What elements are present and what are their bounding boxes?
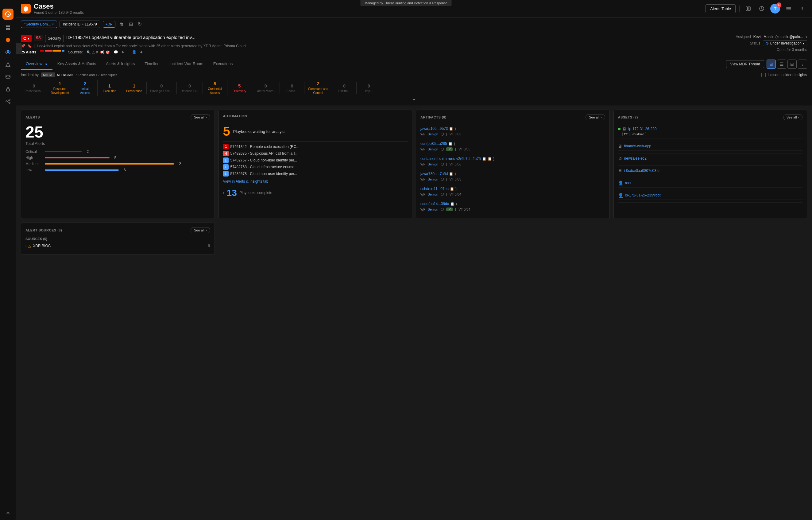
include-insights-toggle[interactable]: Include Incident Insights [761,73,807,77]
svg-point-23 [802,7,803,8]
assets-see-all-button[interactable]: See all › [783,114,803,120]
list-view-button[interactable]: ☰ [777,59,786,69]
tactic-resource-dev[interactable]: 1 ResourceDevelopment [47,80,73,96]
more-icon[interactable] [797,4,807,14]
tab-alerts-insights[interactable]: Alerts & Insights [101,58,140,70]
playbook-item[interactable]: L 57482768 - Cloud infrastructure enume.… [223,164,408,170]
severity-row-critical: Critical 2 [25,150,210,154]
tactic-recon[interactable]: 0 Reconnaiss... [21,82,47,94]
sidebar-item-download[interactable] [2,506,13,518]
severity-row-low: Low 6 [25,168,210,172]
menu-icon[interactable] [784,4,793,14]
tactic-exfiltration[interactable]: 0 Exfiltra... [332,82,357,94]
view-mdr-button[interactable]: View MDR Thread [726,60,764,68]
tab-timeline[interactable]: Timeline [140,58,164,70]
table-filter-button[interactable]: ⊞ [128,20,134,28]
tabs-bar: Overview ★ Key Assets & Artifacts Alerts… [16,58,812,70]
alerts-panel: ALERTS See all › 25 Total Alerts Critica… [21,110,215,219]
refresh-filter-button[interactable]: ↻ [137,20,143,28]
topbar-logo [21,4,31,14]
tactic-credential-access[interactable]: 8 CredentialAccess [203,80,227,96]
detail-view-button[interactable]: ⊟ [787,59,797,69]
status-badge[interactable]: ⊙ Under Investigation ▾ [763,40,807,46]
tactic-privilege-esc[interactable]: 0 Privilege Escal... [147,82,177,94]
tactic-defense-ev[interactable]: 0 Defense Ev... [177,82,202,94]
artifact-item: java(730a...7a5d 📋 ) WF Benign ⬡ | VT 0/… [421,169,605,184]
sidebar-item-alerts[interactable] [2,59,13,70]
playbooks-complete: › 13 Playbooks complete [223,185,408,198]
sidebar-collapse-btn[interactable]: › [16,43,22,54]
sidebar-item-lock[interactable] [2,83,13,95]
notification-badge: 1 [777,2,781,7]
incident-right: Assigned Kevin Mastin (kmastin@palo... ▾… [730,35,807,52]
assets-panel: ASSETS (7) See all › 🖥 ip-172-31-26-239 … [614,110,807,219]
tactic-command-control[interactable]: 2 Command andControl [304,80,332,96]
view-insights-link[interactable]: View in Alerts & Insights tab [223,179,269,184]
incident-id-filter[interactable]: Incident ID = 119579 [59,21,100,28]
svg-point-10 [6,101,7,102]
complete-chevron[interactable]: › [223,191,224,195]
svg-rect-18 [749,7,750,10]
playbook-item[interactable]: L 57482678 - Cloud non-user identity per… [223,171,408,177]
svg-rect-1 [6,25,8,27]
tactic-impact[interactable]: 0 Imp... [357,82,381,94]
user-avatar[interactable]: T 1 [770,4,780,14]
svg-rect-9 [6,89,9,91]
playbook-item[interactable]: L 57482767 - Cloud non-user identity per… [223,157,408,163]
tactic-collection[interactable]: 0 Collec... [280,82,304,94]
sources-see-all-button[interactable]: See all › [191,227,210,233]
incident-card: C ▾ 93 Security ID-119579 Log4shell vuln… [16,31,812,58]
columns-icon[interactable] [743,4,753,14]
sidebar-item-code[interactable] [2,71,13,82]
alerts-see-all-button[interactable]: See all › [191,114,210,120]
playbook-item[interactable]: H 57482675 - Suspicious API call from a … [223,151,408,156]
svg-line-13 [7,100,9,101]
tab-incident-war-room[interactable]: Incident War Room [164,58,208,70]
tab-overview[interactable]: Overview ★ [21,58,52,70]
automation-panel: AUTOMATION 5 Playbooks waiting for analy… [218,110,412,219]
svg-line-14 [7,101,9,103]
mitre-expand-chevron[interactable]: ▾ [21,96,807,103]
severity-badge[interactable]: C ▾ [21,35,32,42]
tactic-discovery[interactable]: 5 Discovery [227,82,252,94]
tactic-persistence[interactable]: 1 Persistence [122,82,147,94]
content-area: ALERTS See all › 25 Total Alerts Critica… [16,106,812,520]
tactic-lateral-move[interactable]: 0 Lateral Move... [252,82,280,94]
asset-item: 🖥 i-0cdce0aa0807e03fd [618,166,803,178]
asset-item: 👤 root [618,178,803,190]
tab-executions[interactable]: Executions [208,58,238,70]
filterbar: *Security Dom... ▾ Incident ID = 119579 … [16,18,812,31]
delete-filter-button[interactable]: 🗑 [118,20,125,28]
mitre-tactics: 0 Reconnaiss... 1 ResourceDevelopment 2 … [21,80,807,96]
assets-list: 🖥 ip-172-31-26-239 ETcdr-demo 🖥 finance-… [618,124,803,203]
tactic-execution[interactable]: 1 Execution [98,82,122,94]
mitre-brand: MITRE ATT&CK® [41,73,73,77]
severity-bars: Critical 2 High 5 Medium 12 Low 6 [25,150,210,172]
sidebar-item-eye[interactable] [2,47,13,58]
mitre-bar: Incident by MITRE ATT&CK® 7 Tactics and … [16,70,812,106]
artifacts-list: java(a105...9b73 📋 ) WF Benign ⬡ | VT 0/… [421,124,605,214]
artifacts-see-all-button[interactable]: See all › [586,114,605,120]
incident-title: ID-119579 Log4shell vulnerable prod appl… [66,35,727,40]
or-filter-button[interactable]: +OR [103,21,115,28]
grid-view-button[interactable]: ⊞ [766,59,776,69]
security-domain-filter[interactable]: *Security Dom... ▾ [21,21,57,28]
severity-row-medium: Medium 12 [25,162,210,166]
sidebar-item-shield[interactable] [2,34,13,46]
svg-rect-16 [746,7,747,10]
alerts-table-button[interactable]: Alerts Table [705,4,736,13]
asset-item: 👤 ip-172-31-26-239\root [618,190,803,203]
playbook-item[interactable]: C 57461342 - Remote code execution (RC..… [223,144,408,150]
svg-point-5 [7,51,9,53]
sidebar-item-graph[interactable] [2,96,13,107]
tab-key-assets[interactable]: Key Assets & Artifacts [52,58,101,70]
svg-point-12 [9,102,10,103]
sidebar-item-home[interactable] [2,22,13,33]
graph-view-button[interactable]: ⋮ [798,59,807,69]
artifact-item: java(a105...9b73 📋 ) WF Benign ⬡ | VT 0/… [421,124,605,139]
svg-point-24 [802,8,803,9]
tactic-initial-access[interactable]: 2 InitialAccess [73,80,98,96]
topbar-title: Cases [34,2,84,10]
incident-meta: 📌 🔖 | 'Log4shell exploit and suspicious … [21,44,727,48]
clock-icon[interactable] [757,4,766,14]
